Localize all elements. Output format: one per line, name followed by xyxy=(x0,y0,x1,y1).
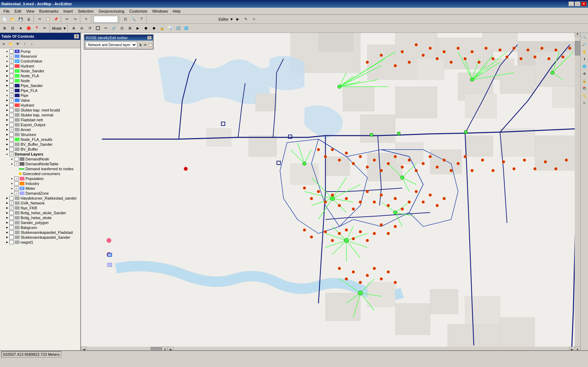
toc-checkbox-slukkevannkap_fladstad[interactable] xyxy=(9,230,14,235)
menu-file[interactable]: File xyxy=(1,9,12,14)
toc-expand-nwgrd1[interactable]: ▶ xyxy=(5,240,9,244)
toc-checkbox-slukkevannkap_sander[interactable] xyxy=(9,235,14,239)
right-layers[interactable]: 📚 xyxy=(581,85,588,92)
menu-selection[interactable]: Selection xyxy=(76,9,96,14)
editor-node[interactable]: ⊹ xyxy=(250,15,258,23)
toc-checkbox-annet[interactable] xyxy=(9,128,14,132)
toc-checkbox-slukke_normal[interactable] xyxy=(9,113,14,117)
tb2-btn3[interactable]: ★ xyxy=(17,24,24,32)
toc-checkbox-pump[interactable] xyxy=(9,49,14,53)
close-button[interactable]: ✕ xyxy=(581,1,587,6)
toc-checkbox-valve[interactable] xyxy=(9,98,14,102)
toc-expand-slukkevannkap_fladstad[interactable]: ▶ xyxy=(5,230,9,235)
toc-checkbox-pipe[interactable] xyxy=(9,93,14,98)
menu-bookmarks[interactable]: Bookmarks xyxy=(37,9,60,14)
toc-expand-pump[interactable]: ▼ xyxy=(5,49,9,53)
redo-button[interactable]: ↪ xyxy=(71,15,79,23)
toc-checkbox-pipe_sander[interactable] xyxy=(9,84,14,88)
toc-checkbox-node_fla_results[interactable] xyxy=(9,137,14,142)
tb2-edit5[interactable]: ✂ xyxy=(102,24,110,32)
toc-item-pipe[interactable]: ▼Pipe xyxy=(0,93,80,98)
toc-checkbox-bakgrunn[interactable] xyxy=(9,225,14,230)
maximize-button[interactable]: □ xyxy=(575,1,580,6)
right-zoom-in[interactable]: 🔍 xyxy=(581,34,588,41)
toc-item-hydrant1[interactable]: ▶Hydrant xyxy=(0,64,80,69)
toc-expand-meter[interactable]: ▼ xyxy=(10,186,14,190)
toc-expand-hydrant2[interactable]: ▶ xyxy=(5,103,9,107)
toc-expand-node_fla_results[interactable]: ▶ xyxy=(5,137,9,142)
menu-help[interactable]: Help xyxy=(171,9,183,14)
toc-checkbox-slukke_brudd[interactable] xyxy=(9,108,14,112)
toc-item-node[interactable]: ▶Node xyxy=(0,78,80,83)
toc-item-meter[interactable]: ▼MMeter xyxy=(0,186,80,191)
toc-item-bolig_helse_skole[interactable]: ▶Bolig_helse_skole xyxy=(0,215,80,220)
menu-geoprocessing[interactable]: Geoprocessing xyxy=(96,9,126,14)
toc-content[interactable]: ▼⚙Pump▼Reservoir▼><ControlValve▶Hydrant▶… xyxy=(0,48,80,350)
toc-checkbox-bv_buffer[interactable] xyxy=(9,147,14,151)
toc-close-icon[interactable]: ✕ xyxy=(74,34,79,38)
toc-checkbox-controlvalve[interactable] xyxy=(9,59,14,63)
right-identify[interactable]: ℹ xyxy=(581,56,588,63)
toc-checkbox-bolig_helse_skole_sander[interactable] xyxy=(9,211,14,215)
toc-item-population[interactable]: ▼Population xyxy=(0,176,80,181)
toc-checkbox-structure[interactable] xyxy=(9,132,14,137)
toc-item-structure[interactable]: ▶Structure xyxy=(0,132,80,137)
toc-checkbox-demand_layers[interactable] xyxy=(9,152,14,156)
toc-checkbox-demand_node[interactable] xyxy=(14,157,19,161)
tb2-edit7[interactable]: ⊡ xyxy=(118,24,126,32)
toc-expand-gva_network[interactable]: ▶ xyxy=(5,201,9,205)
tb2-edit3[interactable]: ↺ xyxy=(86,24,94,32)
toc-item-demand_node_table[interactable]: ▼DemandNodeTable xyxy=(0,161,80,166)
zoom-input[interactable]: 1:3 122 xyxy=(94,16,118,23)
toc-item-bakgrunn[interactable]: ▶Bakgrunn xyxy=(0,225,80,230)
toc-list-button[interactable]: ≡ xyxy=(1,41,7,47)
menu-customize[interactable]: Customize xyxy=(127,9,149,14)
toc-checkbox-hydrant2[interactable] xyxy=(9,103,14,107)
right-zoom-out[interactable]: 🔎 xyxy=(581,41,588,48)
toc-source-button[interactable]: 📂 xyxy=(8,41,14,47)
help-button[interactable]: ? xyxy=(138,15,145,23)
rosie-close-button[interactable]: ✕ xyxy=(147,36,152,39)
toc-item-hoydekurver[interactable]: ▶Høydekurver_Rakkestad_sander xyxy=(0,196,80,201)
toc-expand-slukke_normal[interactable]: ▶ xyxy=(5,113,9,117)
toc-expand-reservoir[interactable]: ▼ xyxy=(5,54,9,58)
tb2-geo[interactable]: 🌐 xyxy=(182,24,190,32)
toc-item-bv_buffer[interactable]: ▶BV_Buffer xyxy=(0,147,80,152)
toc-item-bolig_helse_skole_sander[interactable]: ▶Bolig_helse_skole_Sander xyxy=(0,210,80,215)
toc-expand-hydrant1[interactable]: ▶ xyxy=(5,64,9,68)
toc-item-controlvalve[interactable]: ▼><ControlValve xyxy=(0,59,80,64)
rosie-btn1[interactable]: 🖱 xyxy=(138,42,142,48)
toc-sel-button[interactable]: ↑ xyxy=(22,41,28,47)
toc-item-slukkevannkap_sander[interactable]: ▶Slukkevannkapasitet_Sander xyxy=(0,235,80,240)
map-container[interactable]: ROSIE Identify/Edit toolbar ✕ Network an… xyxy=(81,33,580,350)
toc-item-demand_node[interactable]: ▼DemandNode xyxy=(0,157,80,161)
minimize-button[interactable]: _ xyxy=(568,1,574,6)
toc-expand-population[interactable]: ▼ xyxy=(10,177,14,181)
toc-expand-valve[interactable]: ▶ xyxy=(5,98,9,102)
toc-item-hydrant2[interactable]: ▶Hydrant xyxy=(0,103,80,108)
toc-item-node_sander[interactable]: ▶Node_Sander xyxy=(0,69,80,73)
toc-expand-slukke_brudd[interactable]: ▶ xyxy=(5,108,9,112)
menu-windows[interactable]: Windows xyxy=(150,9,170,14)
right-lock[interactable]: 🔒 xyxy=(581,78,588,85)
tb2-snap[interactable]: 🔒 xyxy=(158,24,166,32)
toc-checkbox-hoydekurver[interactable] xyxy=(9,196,14,200)
toc-expand-pipe_fla[interactable]: ▼ xyxy=(5,88,9,93)
toc-checkbox-node_fla[interactable] xyxy=(9,74,14,78)
toc-expand-structure[interactable]: ▶ xyxy=(5,132,9,137)
pointer-button[interactable]: ↖ xyxy=(82,15,90,23)
toc-expand-fladstad_nett[interactable]: ▶ xyxy=(5,118,9,122)
toc-expand-pipe[interactable]: ▼ xyxy=(5,93,9,98)
toc-checkbox-node_sander[interactable] xyxy=(9,69,14,73)
toc-checkbox-sander_polygon[interactable] xyxy=(9,221,14,225)
toc-expand-bv_buffer[interactable]: ▶ xyxy=(5,147,9,151)
right-pointer[interactable]: ↖ xyxy=(581,100,588,107)
toc-checkbox-demand_zone[interactable] xyxy=(14,191,19,195)
toc-checkbox-nye_fkb[interactable] xyxy=(9,206,14,210)
toc-checkbox-pipe_fla[interactable] xyxy=(9,88,14,93)
cut-button[interactable]: ✂ xyxy=(36,15,44,23)
new-button[interactable]: 📄 xyxy=(1,15,8,23)
toc-checkbox-bv_buffer_sander[interactable] xyxy=(9,142,14,146)
save-button[interactable]: 💾 xyxy=(17,15,24,23)
toc-item-slukke_brudd[interactable]: ▶Slukke kap. med brudd xyxy=(0,108,80,113)
